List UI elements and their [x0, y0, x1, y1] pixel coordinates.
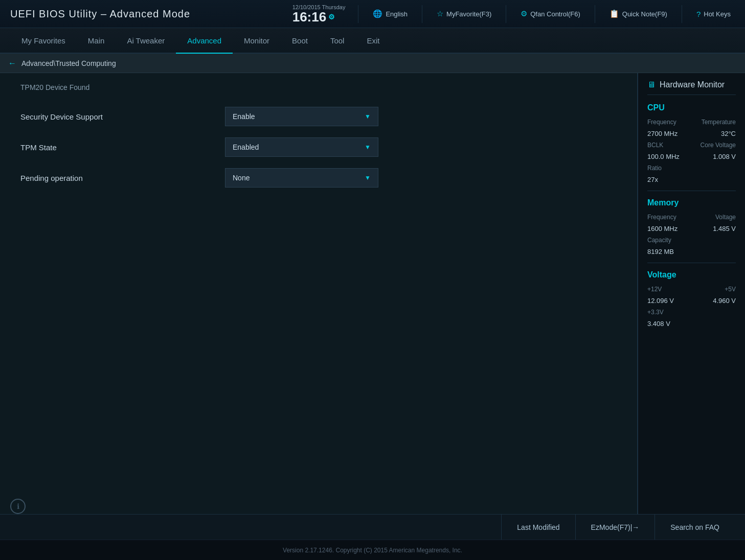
pending-operation-select[interactable]: None ▼: [225, 168, 378, 188]
tpm-state-dropdown[interactable]: Enabled ▼: [225, 137, 378, 157]
cpu-temperature-value: 32°C: [721, 130, 736, 137]
cpu-bclk-row: BCLK Core Voltage: [647, 142, 736, 149]
datetime-display: 12/10/2015 Thursday 16:16 ⚙: [292, 4, 346, 24]
nav-exit[interactable]: Exit: [355, 28, 391, 54]
memory-voltage-label: Voltage: [715, 214, 736, 221]
cpu-ratio-value: 27x: [647, 176, 658, 183]
fan-icon: ⚙: [521, 9, 527, 18]
settings-gear-icon[interactable]: ⚙: [328, 13, 335, 20]
cpu-frequency-row: Frequency Temperature: [647, 119, 736, 126]
bottom-bar: Last Modified EzMode(F7)|→ Search on FAQ: [0, 514, 745, 540]
memory-voltage-value: 1.485 V: [713, 225, 736, 232]
memory-capacity-value: 8192 MB: [647, 248, 674, 255]
tpm-state-label: TPM State: [20, 143, 225, 152]
cpu-memory-divider: [647, 191, 736, 191]
header-divider-4: [595, 5, 595, 23]
back-arrow-icon[interactable]: ←: [8, 59, 16, 68]
nav-advanced[interactable]: Advanced: [176, 28, 233, 54]
dropdown-arrow-icon: ▼: [365, 113, 371, 120]
myfavorite-btn[interactable]: ☆ MyFavorite(F3): [433, 7, 495, 20]
note-icon: 📋: [609, 9, 619, 18]
voltage-section-header: Voltage: [647, 270, 736, 279]
search-faq-btn[interactable]: Search on FAQ: [654, 515, 735, 540]
memory-freq-value-row: 1600 MHz 1.485 V: [647, 225, 736, 232]
cpu-bclk-value-row: 100.0 MHz 1.008 V: [647, 153, 736, 160]
cpu-bclk-label: BCLK: [647, 142, 663, 149]
main-layout: TPM20 Device Found Security Device Suppo…: [0, 73, 745, 514]
voltage-5v-value: 4.960 V: [713, 297, 736, 305]
nav-my-favorites[interactable]: My Favorites: [10, 28, 77, 54]
memory-frequency-label: Frequency: [647, 214, 676, 221]
voltage-12v-value-row: 12.096 V 4.960 V: [647, 297, 736, 305]
tpm-found-text: TPM20 Device Found: [15, 83, 622, 91]
globe-icon: 🌐: [373, 9, 382, 18]
header: UEFI BIOS Utility – Advanced Mode 12/10/…: [0, 0, 745, 28]
voltage-5v-label: +5V: [725, 286, 736, 293]
favorite-icon: ☆: [437, 9, 443, 18]
memory-voltage-divider: [647, 263, 736, 263]
security-device-support-row: Security Device Support Enable ▼: [15, 107, 622, 126]
tpm-state-row: TPM State Enabled ▼: [15, 137, 622, 157]
cpu-section-header: CPU: [647, 103, 736, 112]
content-area: TPM20 Device Found Security Device Suppo…: [0, 73, 638, 514]
header-divider-2: [422, 5, 422, 23]
voltage-12v-label: +12V: [647, 286, 662, 293]
cpu-bclk-value: 100.0 MHz: [647, 153, 680, 160]
nav-bar: My Favorites Main Ai Tweaker Advanced Mo…: [0, 28, 745, 54]
dropdown-arrow-icon-2: ▼: [365, 144, 371, 151]
voltage-33v-value-row: 3.408 V: [647, 320, 736, 328]
security-device-support-label: Security Device Support: [20, 112, 225, 121]
monitor-icon: 🖥: [647, 80, 656, 89]
cpu-core-voltage-label: Core Voltage: [701, 142, 736, 149]
memory-capacity-label-row: Capacity: [647, 237, 736, 244]
cpu-frequency-value: 2700 MHz: [647, 130, 678, 137]
breadcrumb: ← Advanced\Trusted Computing: [0, 54, 745, 73]
time-display: 16:16 ⚙: [292, 10, 335, 24]
memory-freq-label-row: Frequency Voltage: [647, 214, 736, 221]
voltage-33v-label-row: +3.3V: [647, 309, 736, 316]
footer-text: Version 2.17.1246. Copyright (C) 2015 Am…: [283, 547, 462, 554]
tpm-state-select[interactable]: Enabled ▼: [225, 137, 378, 157]
memory-capacity-label: Capacity: [647, 237, 671, 244]
cpu-ratio-label: Ratio: [647, 165, 662, 172]
qfan-btn[interactable]: ⚙ Qfan Control(F6): [516, 7, 584, 20]
cpu-core-voltage-value: 1.008 V: [713, 153, 736, 160]
memory-section-header: Memory: [647, 198, 736, 207]
security-device-support-select[interactable]: Enable ▼: [225, 107, 378, 126]
memory-frequency-value: 1600 MHz: [647, 225, 678, 232]
pending-operation-label: Pending operation: [20, 174, 225, 182]
sidebar-title: 🖥 Hardware Monitor: [647, 80, 736, 95]
cpu-frequency-label: Frequency: [647, 119, 676, 126]
voltage-33v-value: 3.408 V: [647, 320, 670, 328]
app-title: UEFI BIOS Utility – Advanced Mode: [10, 8, 190, 20]
ezmode-btn[interactable]: EzMode(F7)|→: [575, 515, 655, 540]
cpu-frequency-value-row: 2700 MHz 32°C: [647, 130, 736, 137]
nav-boot[interactable]: Boot: [281, 28, 319, 54]
header-divider-1: [358, 5, 358, 23]
security-device-support-dropdown[interactable]: Enable ▼: [225, 107, 378, 126]
header-controls: 12/10/2015 Thursday 16:16 ⚙ 🌐 English ☆ …: [292, 4, 735, 24]
dropdown-arrow-icon-3: ▼: [365, 174, 371, 181]
voltage-33v-label: +3.3V: [647, 309, 664, 316]
cpu-ratio-row: Ratio: [647, 165, 736, 172]
voltage-12v-value: 12.096 V: [647, 297, 674, 305]
nav-monitor[interactable]: Monitor: [233, 28, 281, 54]
cpu-temperature-label: Temperature: [702, 119, 736, 126]
english-btn[interactable]: 🌐 English: [369, 7, 412, 20]
nav-tool[interactable]: Tool: [319, 28, 356, 54]
header-divider-3: [506, 5, 506, 23]
hotkeys-btn[interactable]: ? Hot Keys: [692, 8, 735, 20]
nav-main[interactable]: Main: [77, 28, 116, 54]
header-divider-5: [682, 5, 682, 23]
cpu-ratio-value-row: 27x: [647, 176, 736, 183]
last-modified-btn[interactable]: Last Modified: [501, 515, 575, 540]
memory-capacity-value-row: 8192 MB: [647, 248, 736, 255]
quicknote-btn[interactable]: 📋 Quick Note(F9): [605, 7, 671, 20]
nav-ai-tweaker[interactable]: Ai Tweaker: [116, 28, 176, 54]
pending-operation-dropdown[interactable]: None ▼: [225, 168, 378, 188]
voltage-12v-label-row: +12V +5V: [647, 286, 736, 293]
help-icon: ?: [696, 10, 701, 18]
info-button[interactable]: ℹ: [10, 499, 26, 514]
footer: Version 2.17.1246. Copyright (C) 2015 Am…: [0, 540, 745, 560]
pending-operation-row: Pending operation None ▼: [15, 168, 622, 188]
